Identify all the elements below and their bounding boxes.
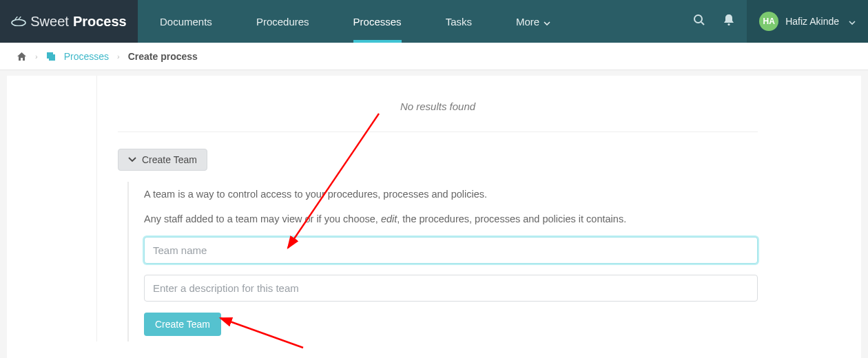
team-desc-line1: A team is a way to control access to you… (144, 187, 758, 202)
create-team-toggle[interactable]: Create Team (118, 149, 207, 171)
breadcrumb-processes[interactable]: Processes (64, 51, 109, 62)
chevron-down-icon (128, 157, 136, 162)
nav-processes[interactable]: Processes (331, 0, 424, 43)
nav-procedures[interactable]: Procedures (234, 0, 331, 43)
nav-documents[interactable]: Documents (138, 0, 234, 43)
nav-more[interactable]: More (494, 0, 572, 43)
nav-tasks[interactable]: Tasks (424, 0, 494, 43)
svg-point-0 (12, 20, 25, 26)
chevron-down-icon (849, 15, 856, 28)
logo-text-bold: Process (73, 14, 127, 30)
logo-icon (11, 17, 26, 26)
team-name-input[interactable] (144, 237, 758, 264)
stack-icon (46, 52, 56, 61)
svg-point-1 (694, 15, 702, 23)
create-team-panel: A team is a way to control access to you… (127, 182, 758, 341)
svg-point-3 (728, 23, 730, 25)
team-description-input[interactable] (144, 275, 758, 302)
divider (118, 131, 758, 132)
team-desc-line2: Any staff added to a team may view or if… (144, 212, 758, 227)
bell-icon[interactable] (723, 14, 734, 29)
chevron-down-icon (544, 16, 550, 28)
user-menu[interactable]: HA Hafiz Akinde (747, 0, 868, 43)
svg-line-2 (701, 22, 704, 25)
user-name: Hafiz Akinde (785, 16, 839, 27)
breadcrumb-sep: › (117, 52, 120, 61)
topbar: SweetProcess Documents Procedures Proces… (0, 0, 868, 43)
svg-rect-5 (49, 54, 55, 61)
create-team-button[interactable]: Create Team (144, 313, 221, 336)
breadcrumb: › Processes › Create process (0, 43, 868, 70)
search-icon[interactable] (693, 14, 705, 29)
page: No results found Create Team A team is a… (0, 76, 868, 358)
breadcrumb-sep: › (35, 52, 38, 61)
main-nav: Documents Procedures Processes Tasks Mor… (138, 0, 572, 43)
avatar: HA (759, 12, 778, 31)
breadcrumb-current: Create process (128, 51, 198, 62)
no-results-text: No results found (118, 76, 758, 131)
home-icon[interactable] (17, 52, 27, 61)
logo-text-light: Sweet (30, 14, 69, 30)
logo[interactable]: SweetProcess (0, 0, 138, 43)
topbar-right (693, 0, 747, 43)
